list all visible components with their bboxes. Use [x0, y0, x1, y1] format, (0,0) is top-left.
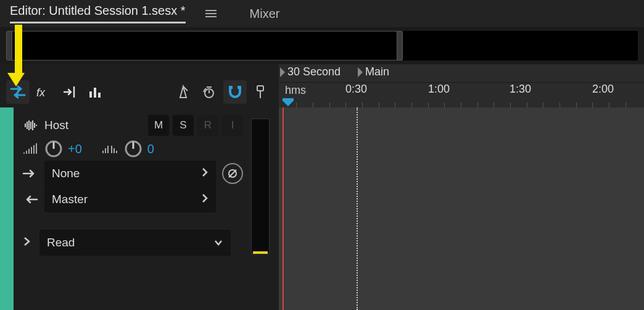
svg-rect-6: [229, 86, 233, 89]
output-select[interactable]: Master: [44, 186, 216, 212]
volume-knob-icon[interactable]: [44, 140, 63, 158]
io-arrows-icon: [10, 85, 26, 99]
pan-value[interactable]: 0: [147, 142, 154, 156]
output-arrow-icon: [22, 194, 38, 205]
track-color-stripe[interactable]: [0, 107, 14, 310]
pan-knob-icon[interactable]: [124, 140, 142, 158]
playhead-line[interactable]: [283, 107, 284, 310]
sends-icon: [62, 85, 78, 99]
sends-toggle[interactable]: [58, 80, 81, 104]
input-select[interactable]: None: [44, 161, 216, 186]
volume-bars-icon: [22, 143, 39, 155]
time-ruler[interactable]: hms 0:30 1:00 1:30 2:00: [279, 83, 644, 107]
waveform-icon: [22, 120, 38, 131]
ruler-tick: 0:30: [345, 83, 367, 96]
zoom-remainder: [403, 31, 638, 61]
magnet-icon: [227, 85, 243, 99]
ruler-tick: 2:00: [592, 83, 614, 96]
pan-control[interactable]: 0: [101, 140, 154, 158]
fx-toggle[interactable]: fx: [32, 80, 56, 104]
automation-mode-select[interactable]: Read: [39, 230, 231, 256]
eq-toggle[interactable]: [84, 80, 107, 104]
zoom-handle-right[interactable]: [397, 31, 403, 61]
mono-stereo-toggle[interactable]: [222, 163, 243, 184]
svg-rect-3: [98, 93, 101, 98]
panel-menu-icon[interactable]: [205, 10, 217, 17]
marker-lane[interactable]: 30 Second Main: [279, 64, 644, 83]
playhead-snap-button[interactable]: [249, 80, 273, 104]
marker-label: 30 Second: [287, 65, 341, 78]
time-format-label[interactable]: hms: [285, 84, 306, 97]
zoom-navigator[interactable]: [0, 27, 644, 64]
timer-icon: [202, 85, 217, 99]
ruler-minor-ticks: [279, 101, 644, 107]
ruler-tick: 1:00: [428, 83, 450, 96]
automation-expand-icon[interactable]: [22, 236, 31, 250]
marker-flag-icon: [358, 67, 363, 77]
monitor-input-button[interactable]: I: [222, 115, 243, 136]
fx-icon: fx: [36, 85, 52, 99]
volume-control[interactable]: +0: [22, 140, 82, 158]
output-select-label: Master: [52, 193, 88, 206]
mute-button[interactable]: M: [148, 115, 169, 136]
marker-guideline: [357, 107, 358, 310]
solo-button[interactable]: S: [173, 115, 194, 136]
clip-lane[interactable]: [279, 107, 644, 310]
marker-flag-icon: [280, 67, 285, 77]
metronome-toggle[interactable]: [171, 80, 195, 104]
eq-bars-icon: [88, 85, 104, 99]
marker-flag-main[interactable]: Main: [358, 65, 389, 78]
ruler-tick: 1:30: [510, 83, 531, 96]
null-icon: [227, 168, 238, 179]
stereo-icon: [101, 143, 119, 155]
panel-tabs: Editor: Untitled Session 1.sesx * Mixer: [0, 0, 644, 27]
hardware-setup-button[interactable]: [197, 80, 221, 104]
playhead-icon: [255, 85, 267, 99]
timeline-header: 30 Second Main hms 0:30 1:00 1:30 2:00: [279, 64, 644, 107]
input-arrow-icon: [22, 168, 38, 179]
svg-rect-8: [257, 86, 263, 91]
level-peak-indicator: [253, 251, 268, 254]
zoom-range[interactable]: [12, 31, 397, 61]
tab-mixer[interactable]: Mixer: [250, 7, 280, 21]
input-select-label: None: [52, 167, 80, 180]
arm-record-button[interactable]: R: [197, 115, 218, 136]
svg-text:fx: fx: [36, 86, 46, 99]
marker-label: Main: [365, 65, 389, 78]
track-name[interactable]: Host: [44, 119, 68, 132]
automation-mode-label: Read: [47, 236, 75, 249]
metronome-icon: [176, 85, 191, 99]
chevron-right-icon: [201, 167, 208, 180]
snap-toggle[interactable]: [223, 80, 247, 104]
svg-rect-1: [89, 91, 92, 98]
track-header-panel: Host M S R I: [14, 107, 279, 310]
track-toolbar: fx: [0, 64, 279, 107]
svg-rect-2: [94, 88, 96, 98]
marker-flag-30-second[interactable]: 30 Second: [280, 65, 341, 78]
chevron-right-icon: [201, 193, 208, 206]
tab-editor[interactable]: Editor: Untitled Session 1.sesx *: [10, 4, 186, 23]
chevron-down-icon: [213, 236, 223, 249]
svg-rect-7: [237, 86, 241, 89]
volume-value[interactable]: +0: [68, 142, 82, 156]
playhead-marker-icon: [281, 97, 295, 107]
track-level-meter: [251, 119, 270, 254]
inputs-outputs-toggle[interactable]: [6, 80, 30, 104]
